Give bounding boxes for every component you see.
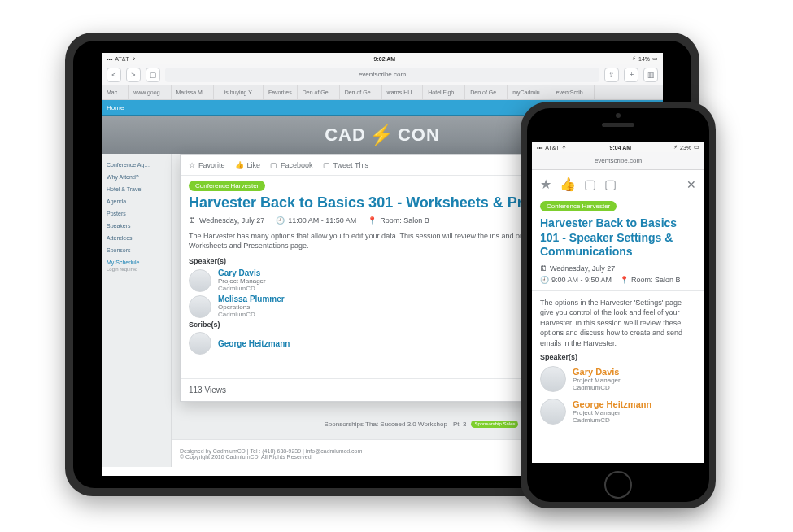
speaker-role: Project Manager — [573, 409, 651, 416]
session-title: Harvester Back to Basics 101 - Speaker S… — [532, 213, 704, 264]
avatar — [189, 295, 211, 318]
speakers-header: Speaker(s) — [532, 348, 704, 363]
scribe-name: George Heitzmann — [218, 339, 290, 348]
sidebar-item[interactable]: Why Attend? — [102, 171, 171, 183]
view-count: 113 Views — [189, 386, 226, 395]
tabs-button[interactable]: ▥ — [643, 68, 658, 82]
speaker-role: Operations — [218, 303, 285, 311]
browser-tab[interactable]: myCadmiu… — [508, 85, 551, 99]
session-meta: 🗓Wednesday, July 27 — [532, 264, 704, 273]
calendar-icon: 🗓 — [540, 264, 547, 273]
tab-strip: Mac… www.goog… Marissa M… …is buying Y… … — [102, 85, 663, 100]
avatar — [189, 332, 211, 355]
sidebar-item[interactable]: Attendees — [102, 232, 171, 244]
twitter-icon[interactable]: ▢ — [604, 177, 617, 192]
footer-line-2: © Copyright 2016 CadmiumCD. All Rights R… — [180, 454, 362, 460]
safari-toolbar: < > ▢ eventscribe.com ⇪ ＋ ▥ — [102, 64, 663, 85]
avatar — [540, 399, 566, 425]
speaker-row[interactable]: George Heitzmann Project Manager Cadmium… — [532, 395, 704, 428]
clock-icon: 🕘 — [540, 276, 549, 284]
speaker-name: Melissa Plummer — [218, 294, 285, 303]
browser-tab[interactable]: Den of Ge… — [465, 85, 508, 99]
session-description: The options in the Harvester 'Settings' … — [532, 298, 704, 349]
left-sidebar: Conference Ag… Why Attend? Hotel & Trave… — [102, 154, 172, 467]
speaker-row[interactable]: Gary Davis Project Manager CadmiumCD — [532, 363, 704, 395]
star-icon[interactable]: ★ — [540, 177, 551, 192]
browser-tab[interactable]: Mac… — [102, 85, 129, 99]
home-link[interactable]: Home — [107, 104, 124, 111]
speaker-role: Project Manager — [573, 377, 621, 384]
carrier-label: AT&T — [115, 56, 129, 62]
speaker-company: CadmiumCD — [573, 416, 651, 424]
speaker-company: CadmiumCD — [573, 384, 621, 391]
twitter-icon: ▢ — [323, 161, 330, 169]
facebook-button[interactable]: ▢Facebook — [270, 161, 313, 169]
location-pin-icon: 📍 — [620, 276, 629, 284]
sidebar-item-sublabel: Login required — [102, 267, 171, 272]
sidebar-item[interactable]: Hotel & Travel — [102, 183, 171, 195]
ipad-status-bar: ••• AT&T ᯤ 9:02 AM ⚡︎ 14% ▭ — [102, 53, 663, 64]
sidebar-item[interactable]: Conference Ag… — [102, 159, 171, 171]
calendar-icon: 🗓 — [189, 216, 196, 225]
speaker-company: CadmiumCD — [218, 285, 266, 292]
divider — [532, 290, 704, 291]
footer-line-1: Designed by CadmiumCD | Tel : (410) 638-… — [180, 448, 362, 454]
bolt-icon: ⚡ — [369, 124, 394, 146]
forward-button[interactable]: > — [126, 68, 141, 82]
clock: 9:02 AM — [374, 56, 396, 62]
share-button[interactable]: ⇪ — [604, 68, 619, 82]
sidebar-item[interactable]: Agenda — [102, 195, 171, 207]
bookmarks-button[interactable]: ▢ — [146, 68, 160, 82]
browser-tab[interactable]: Den of Ge… — [340, 85, 382, 99]
sidebar-item[interactable]: Speakers — [102, 220, 171, 232]
browser-tab[interactable]: …is buying Y… — [214, 85, 264, 99]
back-button[interactable]: < — [107, 68, 121, 82]
favorite-button[interactable]: ☆Favorite — [189, 161, 225, 169]
avatar — [189, 269, 211, 292]
browser-tab[interactable]: Hotel Figh… — [423, 85, 465, 99]
sidebar-item[interactable]: Sponsors — [102, 244, 171, 256]
new-tab-button[interactable]: ＋ — [624, 68, 638, 82]
speaker-company: CadmiumCD — [218, 311, 285, 318]
speaker-name: Gary Davis — [573, 367, 621, 377]
url-field[interactable]: eventscribe.com — [165, 68, 599, 82]
clock: 9:04 AM — [610, 145, 632, 150]
iphone-speaker-grille — [602, 123, 634, 127]
track-badge: Conference Harvester — [189, 181, 265, 191]
track-badge: Conference Harvester — [540, 201, 617, 211]
speaker-role: Project Manager — [218, 277, 266, 285]
facebook-icon: ▢ — [270, 161, 277, 169]
clock-icon: 🕘 — [276, 216, 285, 225]
avatar — [540, 366, 566, 392]
track-badge-small: Sponsorship Sales — [471, 421, 518, 428]
battery-pct: 14% — [638, 56, 650, 62]
browser-tab[interactable]: www.goog… — [129, 85, 171, 99]
iphone-device: •••AT&Tᯤ 9:04 AM ⚡︎23%▭ eventscribe.com … — [521, 102, 716, 508]
battery-pct: 23% — [680, 145, 691, 150]
facebook-icon[interactable]: ▢ — [584, 177, 596, 192]
modal-social-bar: ★ 👍 ▢ ▢ ✕ — [532, 170, 704, 197]
iphone-camera — [616, 113, 621, 118]
thumbs-up-icon[interactable]: 👍 — [560, 177, 576, 192]
safari-url-bar[interactable]: eventscribe.com — [532, 152, 704, 170]
browser-tab[interactable]: Den of Ge… — [298, 85, 340, 99]
browser-tab[interactable]: Marissa M… — [172, 85, 214, 99]
location-pin-icon: 📍 — [368, 216, 377, 225]
speaker-name: Gary Davis — [218, 268, 266, 277]
browser-tab[interactable]: eventScrib… — [551, 85, 595, 99]
iphone-status-bar: •••AT&Tᯤ 9:04 AM ⚡︎23%▭ — [532, 142, 704, 152]
like-button[interactable]: 👍Like — [235, 161, 261, 169]
star-icon: ☆ — [189, 161, 195, 169]
browser-tab[interactable]: Favorites — [264, 85, 298, 99]
browser-tab[interactable]: warns HU… — [382, 85, 424, 99]
tweet-button[interactable]: ▢Tweet This — [323, 161, 368, 169]
speaker-name: George Heitzmann — [573, 399, 651, 409]
close-icon[interactable]: ✕ — [686, 178, 696, 191]
thumbs-up-icon: 👍 — [235, 161, 244, 169]
iphone-home-button[interactable] — [604, 471, 632, 499]
sidebar-item[interactable]: Posters — [102, 207, 171, 220]
